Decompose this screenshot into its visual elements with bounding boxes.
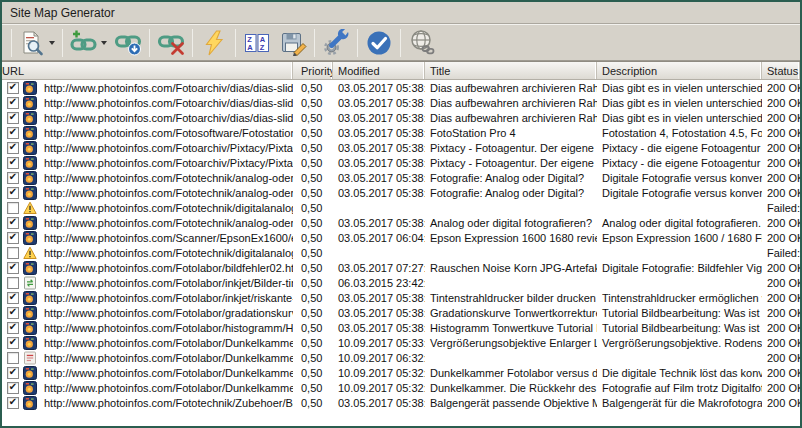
row-checkbox[interactable] [7,382,19,394]
row-checkbox[interactable] [7,367,19,379]
table-row[interactable]: http://www.photoinfos.com/Fotosoftware/F… [2,125,800,140]
row-checkbox[interactable] [7,82,19,94]
modified-cell: 10.09.2017 05:33:02 [333,335,425,350]
row-checkbox[interactable] [7,127,19,139]
row-checkbox[interactable] [7,292,19,304]
table-row[interactable]: http://www.photoinfos.com/Fototechnik/di… [2,200,800,215]
row-checkbox[interactable] [7,322,19,334]
row-checkbox[interactable] [7,112,19,124]
table-row[interactable]: http://www.photoinfos.com/Fototechnik/Zu… [2,395,800,410]
sort-za-az-icon: Z A A Z [244,30,270,56]
priority-cell: 0,50 [293,140,333,155]
add-link-button[interactable] [66,28,110,58]
modified-cell: 10.09.2017 05:32:13 [333,380,425,395]
url-cell: http://www.photoinfos.com/Fotolabor/Dunk… [2,365,293,380]
titlebar: Site Map Generator [2,2,800,24]
preview-report-button[interactable] [15,28,59,58]
url-cell: http://www.photoinfos.com/Fototechnik/di… [2,245,293,260]
url-cell: http://www.photoinfos.com/Fotolabor/grad… [2,305,293,320]
modified-cell: 03.05.2017 05:38:15 [333,110,425,125]
table-row[interactable]: http://www.photoinfos.com/Fotolabor/Dunk… [2,365,800,380]
column-header-modified[interactable]: Modified [333,62,425,79]
url-cell-text: http://www.photoinfos.com/Fototechnik/di… [44,247,293,259]
row-checkbox[interactable] [7,157,19,169]
title-cell: FotoStation Pro 4 [425,125,597,140]
row-checkbox[interactable] [7,217,19,229]
table-row[interactable]: http://www.photoinfos.com/Fotoarchiv/dia… [2,110,800,125]
priority-cell: 0,50 [293,335,333,350]
column-header-status[interactable]: Status [762,62,800,79]
row-checkbox[interactable] [7,352,19,364]
remove-link-button[interactable] [153,28,189,58]
url-cell-text: http://www.photoinfos.com/Fotoarchiv/Pix… [44,157,293,169]
row-checkbox[interactable] [7,142,19,154]
modified-cell: 03.05.2017 05:38:15 [333,290,425,305]
modified-cell: 10.09.2017 06:32:37 [333,350,425,365]
table-row[interactable]: http://www.photoinfos.com/Fotolabor/Dunk… [2,350,800,365]
settings-button[interactable] [318,28,354,58]
title-cell: Dias aufbewahren archivieren Rahm... [425,80,597,95]
column-header-priority[interactable]: Priority [293,62,333,79]
row-checkbox[interactable] [7,262,19,274]
save-button[interactable] [275,28,311,58]
description-cell: Dias gibt es in vielen unterschiedlic... [597,95,762,110]
description-cell: Die digitale Technik löst das konve... [597,365,762,380]
table-row[interactable]: http://www.photoinfos.com/Fotolabor/bild… [2,260,800,275]
table-row[interactable]: http://www.photoinfos.com/Fotolabor/hist… [2,320,800,335]
url-cell-text: http://www.photoinfos.com/Fotolabor/Dunk… [44,382,293,394]
globe-link-icon [409,29,436,56]
table-row[interactable]: http://www.photoinfos.com/Scanner/EpsonE… [2,230,800,245]
title-cell [425,245,597,260]
priority-cell: 0,50 [293,80,333,95]
title-cell: Dunkelkammer. Die Rückkehr des Fo... [425,380,597,395]
table-header: URL Priority Modified Title Description … [2,62,800,80]
column-header-url[interactable]: URL [2,62,293,79]
url-cell-text: http://www.photoinfos.com/Fotolabor/Dunk… [44,337,293,349]
table-row[interactable]: http://www.photoinfos.com/Fotoarchiv/Pix… [2,155,800,170]
row-checkbox[interactable] [7,247,19,259]
row-checkbox[interactable] [7,277,19,289]
toolbar-separator [11,29,12,57]
row-checkbox[interactable] [7,202,19,214]
row-checkbox[interactable] [7,187,19,199]
validate-button[interactable] [361,28,397,58]
status-cell: 200 OK [762,95,800,110]
url-cell: http://www.photoinfos.com/Fototechnik/an… [2,170,293,185]
description-cell [597,245,762,260]
table-row[interactable]: http://www.photoinfos.com/Fotolabor/Dunk… [2,335,800,350]
download-links-button[interactable] [110,28,146,58]
title-cell [425,350,597,365]
table-row[interactable]: http://www.photoinfos.com/Fotoarchiv/dia… [2,80,800,95]
table-row[interactable]: http://www.photoinfos.com/Fotoarchiv/dia… [2,95,800,110]
toolbar-separator [400,29,401,57]
status-cell: 200 OK [762,365,800,380]
table-row[interactable]: http://www.photoinfos.com/Fotolabor/inkj… [2,290,800,305]
row-checkbox[interactable] [7,232,19,244]
table-row[interactable]: http://www.photoinfos.com/Fotoarchiv/Pix… [2,140,800,155]
table-row[interactable]: http://www.photoinfos.com/Fototechnik/an… [2,170,800,185]
column-header-description[interactable]: Description [597,62,762,79]
row-checkbox[interactable] [7,397,19,409]
table-row[interactable]: http://www.photoinfos.com/Fototechnik/di… [2,245,800,260]
row-checkbox[interactable] [7,337,19,349]
priority-cell: 0,50 [293,320,333,335]
table-row[interactable]: http://www.photoinfos.com/Fototechnik/an… [2,215,800,230]
web-sitemap-button[interactable] [404,28,440,58]
run-generator-button[interactable] [196,28,232,58]
status-cell: 200 OK [762,80,800,95]
table-row[interactable]: http://www.photoinfos.com/Fototechnik/an… [2,185,800,200]
url-cell: http://www.photoinfos.com/Scanner/EpsonE… [2,230,293,245]
row-checkbox[interactable] [7,172,19,184]
row-checkbox[interactable] [7,307,19,319]
sort-button[interactable]: Z A A Z [239,28,275,58]
column-header-title[interactable]: Title [425,62,597,79]
table-row[interactable]: http://www.photoinfos.com/Fotolabor/inkj… [2,275,800,290]
url-cell: http://www.photoinfos.com/Fotoarchiv/dia… [2,110,293,125]
status-cell: 200 OK [762,170,800,185]
html-page-icon [23,366,37,380]
row-checkbox[interactable] [7,97,19,109]
table-row[interactable]: http://www.photoinfos.com/Fotolabor/grad… [2,305,800,320]
priority-cell: 0,50 [293,260,333,275]
table-row[interactable]: http://www.photoinfos.com/Fotolabor/Dunk… [2,380,800,395]
modified-cell: 03.05.2017 05:38:15 [333,80,425,95]
